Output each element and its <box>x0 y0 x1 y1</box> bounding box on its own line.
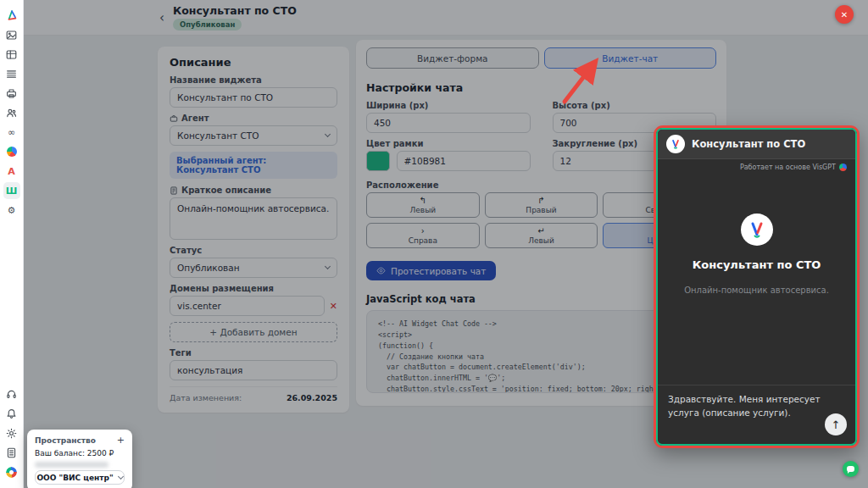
chat-launcher-button[interactable] <box>843 461 859 477</box>
chat-widget-preview: Консультант по СТО Работает на основе Vi… <box>656 128 857 446</box>
gear-icon: ⚙ <box>8 206 16 215</box>
add-workspace-button[interactable]: + <box>117 435 125 445</box>
sidebar: ∞ A Ш ⚙ <box>0 0 24 488</box>
annotation-arrow <box>549 51 610 107</box>
app-window: ‹ Консультант по СТО Опубликован Описани… <box>0 0 868 488</box>
organization-select[interactable]: ООО "ВИС центр" <box>35 470 125 485</box>
blurred-text <box>35 462 108 468</box>
chat-input-text[interactable]: Здравствуйте. Меня интересует услуга (оп… <box>668 393 837 420</box>
workspace-title: Пространство <box>35 436 96 445</box>
infinity-icon: ∞ <box>8 128 15 137</box>
sidebar-item-analytics[interactable] <box>3 143 20 160</box>
sidebar-item-widgets[interactable]: Ш <box>3 182 20 199</box>
sidebar-item-users[interactable] <box>3 104 20 121</box>
sidebar-item-support[interactable] <box>3 385 20 402</box>
sidebar-item-notifications[interactable] <box>3 405 20 422</box>
send-button[interactable]: ↑ <box>825 413 847 435</box>
sidebar-item-theme[interactable] <box>3 424 20 441</box>
rainbow-logo-icon <box>6 467 17 478</box>
sidebar-item-docs[interactable] <box>3 444 20 461</box>
chat-header: Консультант по СТО <box>658 130 855 159</box>
workspace-panel: Пространство + Ваш баланс: 2500 ₽ ООО "В… <box>27 430 132 488</box>
users-icon <box>6 108 17 119</box>
document-icon <box>6 447 17 458</box>
close-button[interactable]: ✕ <box>835 5 854 24</box>
printer-icon <box>6 88 17 99</box>
sidebar-item-lists[interactable] <box>3 65 20 82</box>
arrow-up-icon: ↑ <box>832 419 841 431</box>
chat-input-area[interactable]: Здравствуйте. Меня интересует услуга (оп… <box>658 385 855 444</box>
sidebar-item-media[interactable] <box>3 26 20 43</box>
sidebar-item-print[interactable] <box>3 85 20 102</box>
sidebar-item-brand[interactable] <box>3 463 20 480</box>
sidebar-item-integrations[interactable]: ∞ <box>3 124 20 141</box>
headset-icon <box>6 389 17 400</box>
chat-avatar-large <box>741 214 773 246</box>
list-icon <box>6 69 17 80</box>
letter-sh-icon: Ш <box>6 186 18 197</box>
visgpt-logo-icon <box>747 219 767 240</box>
sidebar-item-app-logo[interactable] <box>3 7 20 24</box>
powered-by: Работает на основе VisGPT <box>658 159 855 171</box>
speech-bubble-icon <box>847 466 854 472</box>
image-icon <box>6 30 17 41</box>
visgpt-mini-icon <box>839 164 847 171</box>
sidebar-item-tables[interactable] <box>3 46 20 63</box>
welcome-subtitle: Онлайн-помощник автосервиса. <box>658 286 855 295</box>
letter-a-icon: A <box>8 166 15 177</box>
bell-icon <box>6 408 17 419</box>
chat-title: Консультант по СТО <box>692 138 805 150</box>
chat-avatar <box>666 135 685 153</box>
sidebar-item-settings[interactable]: ⚙ <box>3 202 20 219</box>
balance-text: Ваш баланс: 2500 ₽ <box>35 449 125 458</box>
pie-chart-icon <box>7 147 17 157</box>
chat-welcome: Консультант по СТО Онлайн-помощник автос… <box>658 214 855 295</box>
visgpt-logo-icon <box>670 138 682 150</box>
chat-widget-highlight: Консультант по СТО Работает на основе Vi… <box>654 125 860 448</box>
table-icon <box>6 49 17 60</box>
sidebar-item-a[interactable]: A <box>3 163 20 180</box>
sun-icon <box>6 428 17 439</box>
chevron-down-icon <box>118 473 124 479</box>
welcome-title: Консультант по СТО <box>658 258 855 271</box>
app-logo-icon <box>5 8 19 22</box>
